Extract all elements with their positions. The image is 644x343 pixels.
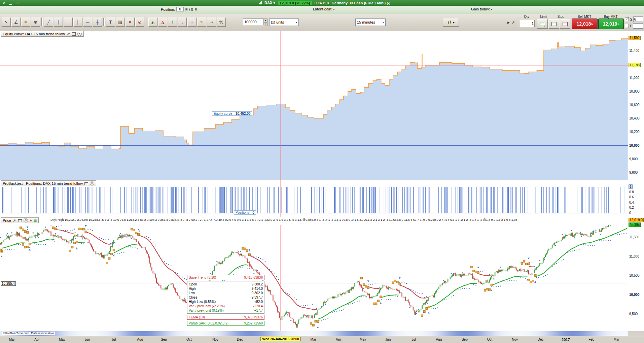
sell-mkt-button[interactable]: 12,0185	[572, 19, 598, 29]
close-icon[interactable]: ✕	[77, 32, 82, 36]
equity-axis-tick: 10,800	[629, 90, 640, 93]
segment-tool[interactable]: ┄	[64, 18, 73, 27]
quantity-up-icon[interactable]: ▲	[264, 19, 267, 22]
remove-indicator-icon[interactable]: ✚	[30, 219, 32, 222]
toolbar-separator	[41, 18, 43, 26]
position-settings-icon[interactable]: ⊞	[194, 8, 197, 11]
equity-axis-tick: 10,200	[629, 130, 640, 134]
stop-label: Stop	[553, 15, 569, 19]
angle-ruler-tool[interactable]: ∠	[11, 18, 21, 27]
equity-price-axis[interactable]: 11,40011,00010,80010,60010,40010,20010,0…	[628, 31, 644, 180]
positions-axis-tick: 0.8	[629, 190, 634, 194]
copyright-note: ©ProRealTime.com. Data is indicative	[2, 332, 55, 335]
units-select[interactable]: (x) units▾	[269, 19, 299, 26]
chevron-down-icon: ▾	[383, 21, 384, 24]
add-indicator-icon[interactable]: ▦	[34, 219, 37, 222]
limit-distance-input[interactable]	[633, 23, 643, 29]
quantity-stepper[interactable]: ▲ ▼	[243, 19, 267, 25]
instrument-description: Germany 30 Cash (EUR 1 Mini) (-)	[331, 1, 390, 5]
forward-shift-tool[interactable]: →	[187, 18, 196, 27]
time-axis-month: Jun	[84, 338, 90, 341]
zigzag-tool[interactable]: ∿	[197, 18, 206, 27]
bullish-pattern-icon[interactable]: ◭	[148, 18, 157, 27]
equity-curve-chart[interactable]	[0, 31, 628, 180]
settings-wrench-icon[interactable]	[67, 32, 70, 36]
limit-checkbox[interactable]	[625, 24, 629, 28]
quantity-down-icon[interactable]: ▼	[264, 22, 267, 26]
order-qty-input[interactable]	[520, 20, 535, 27]
equity-axis-tick: 10,400	[629, 116, 640, 120]
time-axis-month: Jun	[385, 338, 391, 341]
percent-scale-tool[interactable]: %	[217, 18, 226, 27]
tooltip-row: Open9,380.2	[187, 282, 264, 286]
equity-panel-tab[interactable]: Equity curve: DAX 15 min trend follow ✕	[1, 31, 84, 37]
equity-axis-tick: 10,000	[629, 144, 640, 147]
stop-loss-order-button[interactable]: ↓	[560, 19, 570, 29]
chart-type-button[interactable]: ▾	[443, 19, 459, 27]
limit-label: Limit	[536, 15, 552, 19]
price-panel-tab[interactable]: Price ✕ ✚ ▦	[1, 217, 39, 223]
position-value: 0	[176, 7, 184, 11]
fill-zone-tool[interactable]: ▨	[116, 18, 125, 27]
vertical-line-tool[interactable]: │	[73, 18, 82, 27]
toolbar-separator	[103, 18, 105, 26]
buy-marker-tool[interactable]: ↑	[168, 18, 177, 27]
layout-grid-icon[interactable]: ⊞	[15, 1, 19, 5]
parallel-lines-tool[interactable]: ∥	[54, 18, 63, 27]
close-window-icon[interactable]: ✕	[2, 1, 6, 5]
price-chart[interactable]	[0, 225, 628, 331]
equity-axis-tick: 9,600	[629, 171, 638, 174]
compress-scale-tool[interactable]: ⇥	[207, 18, 216, 27]
latent-gain-label: Latent gain: -	[313, 7, 334, 11]
instrument-selector[interactable]: DAX ▾	[264, 1, 275, 5]
stop-book-icon: ↑	[551, 22, 557, 26]
clock: 09:40:18	[315, 1, 329, 5]
toolbar-separator	[146, 18, 147, 26]
close-icon[interactable]: ✕	[24, 218, 28, 222]
position-grid-icon[interactable]: ⊞	[185, 8, 188, 11]
order-panel-collapse-icon[interactable]: ▶	[507, 21, 510, 24]
text-tool[interactable]: T	[106, 18, 115, 27]
drawing-tools: ↖∠✶⊕╱∥┄│─┼T▨✕⊘◭◮↑↓→∿⇥%	[1, 18, 226, 27]
cross-line-tool[interactable]: ┼	[93, 18, 102, 27]
delete-all-tool[interactable]: ⊘	[135, 18, 144, 27]
trend-line-tool[interactable]: ╱	[44, 18, 53, 27]
tooltip-row: Var. / prev. unit (0.19%)+17.7	[187, 308, 264, 313]
erase-tool[interactable]: ✕	[126, 18, 135, 27]
equity-axis-tick: 9,800	[629, 157, 638, 161]
positions-axis-tick: 0.2	[629, 206, 634, 209]
cursor-tool[interactable]: ↖	[2, 18, 11, 27]
timeframe-select[interactable]: 15 minutes▾	[355, 19, 386, 26]
stop-checkbox[interactable]: ✓	[625, 17, 629, 21]
detach-window-icon[interactable]	[72, 32, 76, 36]
close-icon[interactable]: ✕	[90, 181, 94, 185]
detach-window-icon[interactable]	[18, 219, 22, 222]
stop-distance-input[interactable]	[633, 16, 643, 22]
time-axis-month: Oct	[487, 338, 493, 341]
settings-wrench-icon[interactable]	[13, 218, 16, 222]
zoom-tool[interactable]: ⊕	[31, 18, 40, 27]
positions-panel-tab[interactable]: ProBacktest - Positions: DAX 15 min tren…	[1, 180, 96, 186]
quantity-input[interactable]	[243, 19, 264, 25]
price-panel: Day: High 10,202.9 2.9 Low 10,238.5 .5 5…	[0, 217, 644, 332]
pattern-detect-tool[interactable]: ✶	[21, 18, 30, 27]
horizontal-line-tool[interactable]: ─	[83, 18, 92, 27]
chart-scrollbar[interactable]: ©ProRealTime.com. Data is indicative	[0, 331, 628, 336]
crosshair-date-badge: Wed 20-Jan-2016 20:00	[260, 337, 300, 341]
positions-axis[interactable]: 0.80.60.40.201	[628, 180, 644, 217]
time-axis-month: 2017	[562, 338, 570, 342]
buy-mkt-button[interactable]: 12,0195	[598, 19, 624, 29]
detach-window-icon[interactable]	[84, 182, 88, 185]
price-panel-title: Price	[3, 218, 11, 222]
time-axis[interactable]: MarAprMayJunJulAugSepOctNovDecMarAprMayJ…	[0, 336, 644, 343]
limit-order-button[interactable]: ↓	[537, 19, 548, 29]
order-settings-wrench-icon[interactable]	[511, 21, 515, 24]
time-axis-month: Nov	[512, 338, 518, 341]
time-axis-month: May	[59, 338, 65, 341]
bearish-pattern-icon[interactable]: ◮	[158, 18, 167, 27]
sell-marker-tool[interactable]: ↓	[178, 18, 187, 27]
price-axis[interactable]: 11,50011,00010,50010,0009,5009,00012,019…	[628, 217, 644, 331]
minimize-window-icon[interactable]: ▁	[8, 1, 13, 5]
stop-order-button[interactable]: ↑	[548, 19, 559, 29]
time-axis-month: May	[360, 338, 366, 341]
